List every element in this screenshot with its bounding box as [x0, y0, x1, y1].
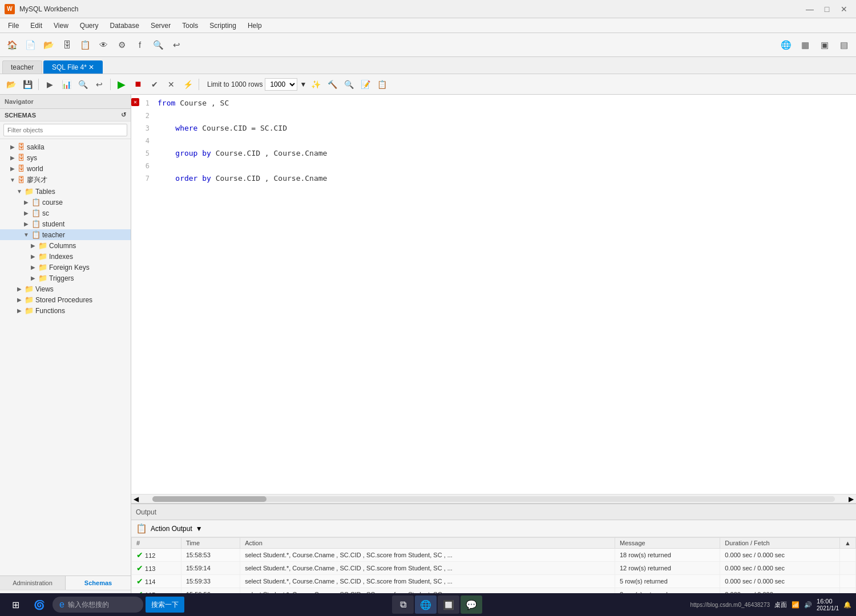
- toolbar-home-btn[interactable]: 🏠: [3, 37, 21, 54]
- sql-hammer-btn[interactable]: 🔨: [325, 77, 340, 92]
- toolbar-new-table-btn[interactable]: 📋: [76, 37, 94, 54]
- app-title: MySQL Workbench: [19, 5, 78, 13]
- tree-item-stored-procs[interactable]: ▶ 📁 Stored Procedures: [0, 294, 131, 305]
- error-badge-1: ✕: [131, 98, 139, 106]
- title-bar-controls: — □ ✕: [802, 3, 851, 15]
- toolbar-layout2-btn[interactable]: ▣: [816, 37, 833, 54]
- tree-item-functions[interactable]: ▶ 📁 Functions: [0, 305, 131, 316]
- tree-item-triggers[interactable]: ▶ 📁 Triggers: [0, 273, 131, 283]
- toolbar-new-btn[interactable]: 📄: [22, 37, 39, 54]
- scroll-thumb[interactable]: [152, 496, 267, 502]
- col-sort[interactable]: ▲: [840, 538, 856, 549]
- tab-teacher[interactable]: teacher: [2, 60, 42, 74]
- sql-copy-btn[interactable]: 📋: [374, 77, 389, 92]
- scroll-right-btn[interactable]: ▶: [846, 495, 856, 503]
- close-button[interactable]: ✕: [837, 3, 851, 15]
- tree-item-foreignkeys[interactable]: ▶ 📁 Foreign Keys: [0, 262, 131, 273]
- taskbar-app-1[interactable]: 🌐: [415, 595, 437, 614]
- tree-item-views[interactable]: ▶ 📁 Views: [0, 283, 131, 294]
- cortana-button[interactable]: 🌀: [29, 595, 50, 614]
- sql-autocommit-btn[interactable]: ⚡: [180, 77, 195, 92]
- sql-commit-btn[interactable]: ✔: [147, 77, 162, 92]
- toolbar-new-proc-btn[interactable]: ⚙: [113, 37, 130, 54]
- taskbar-app-task-view[interactable]: ⧉: [392, 595, 414, 614]
- menu-view[interactable]: View: [48, 21, 74, 31]
- taskbar-left: ⊞ 🌀 e 搜索一下: [5, 595, 184, 614]
- scroll-left-btn[interactable]: ◀: [131, 495, 141, 503]
- notification-icon[interactable]: 🔔: [843, 601, 851, 609]
- sql-text-1: Course , SC: [175, 99, 229, 107]
- action-output-dropdown-icon[interactable]: ▼: [196, 525, 203, 533]
- menu-database[interactable]: Database: [104, 21, 145, 31]
- taskbar-app-wechat[interactable]: 💬: [461, 595, 482, 614]
- output-table: # Time Action Message Duration / Fetch ▲…: [131, 537, 856, 601]
- label-functions: Functions: [35, 307, 65, 315]
- limit-select[interactable]: 1000 500 200: [265, 78, 297, 91]
- taskbar-search-input[interactable]: [68, 601, 136, 609]
- sql-rollback-btn[interactable]: ✕: [164, 77, 179, 92]
- sql-format-btn[interactable]: 📝: [358, 77, 373, 92]
- tree-item-sakila[interactable]: ▶ 🗄 sakila: [0, 141, 131, 152]
- sql-find-btn[interactable]: 🔍: [75, 77, 90, 92]
- folder-icon-foreignkeys: 📁: [38, 263, 47, 271]
- tab-close-icon[interactable]: ✕: [88, 63, 94, 71]
- table-icon-teacher: 📋: [31, 230, 41, 239]
- tree-item-course[interactable]: ▶ 📋 course: [0, 197, 131, 208]
- start-button[interactable]: ⊞: [5, 595, 26, 614]
- tree-item-tables[interactable]: ▼ 📁 Tables: [0, 186, 131, 197]
- menu-file[interactable]: File: [2, 21, 25, 31]
- tree-item-student[interactable]: ▶ 📋 student: [0, 218, 131, 229]
- sidebar-tab-administration[interactable]: Administration: [0, 576, 66, 590]
- menu-edit[interactable]: Edit: [25, 21, 48, 31]
- taskbar-right: https://blog.csdn.m0_46438273 桌面 📶 🔊 16:…: [691, 598, 851, 611]
- sql-explain-btn[interactable]: 📊: [59, 77, 74, 92]
- col-action: Action: [240, 538, 615, 549]
- toolbar-layout1-btn[interactable]: ▦: [797, 37, 814, 54]
- menu-query[interactable]: Query: [74, 21, 104, 31]
- filter-input[interactable]: [3, 124, 127, 136]
- sidebar-tab-schemas[interactable]: Schemas: [66, 576, 131, 590]
- title-bar-left: W MySQL Workbench: [5, 4, 78, 14]
- tree-item-sc[interactable]: ▶ 📋 sc: [0, 208, 131, 218]
- menu-scripting[interactable]: Scripting: [204, 21, 242, 31]
- sql-magnify-btn[interactable]: 🔍: [341, 77, 356, 92]
- sql-run-btn[interactable]: ▶: [114, 77, 129, 92]
- table-icon-sc: 📋: [31, 209, 41, 217]
- toolbar-new-schema-btn[interactable]: 🗄: [58, 37, 75, 54]
- tab-sql-file[interactable]: SQL File 4* ✕: [43, 60, 103, 74]
- tree-item-indexes[interactable]: ▶ 📁 Indexes: [0, 251, 131, 262]
- taskbar-app-2[interactable]: 🔲: [438, 595, 459, 614]
- tree-item-liaoxingcai[interactable]: ▼ 🗄 廖兴才: [0, 174, 131, 186]
- tree-item-world[interactable]: ▶ 🗄 world: [0, 163, 131, 174]
- sql-stop-btn[interactable]: ■: [131, 77, 146, 92]
- menu-server[interactable]: Server: [145, 21, 176, 31]
- sql-refresh-btn[interactable]: ↩: [92, 77, 107, 92]
- cell-action-112: select Student.*, Course.Cname , SC.CID …: [240, 549, 615, 562]
- toggle-liaoxingcai: ▼: [9, 177, 16, 183]
- output-toolbar: 📋 Action Output ▼: [131, 520, 856, 537]
- sql-open-btn[interactable]: 📂: [3, 77, 18, 92]
- sql-execute-btn[interactable]: ▶: [42, 77, 57, 92]
- toolbar-reconnect-btn[interactable]: ↩: [168, 37, 185, 54]
- tree-item-sys[interactable]: ▶ 🗄 sys: [0, 152, 131, 163]
- toolbar-new-view-btn[interactable]: 👁: [95, 37, 112, 54]
- label-triggers: Triggers: [49, 274, 74, 282]
- tree-item-teacher[interactable]: ▼ 📋 teacher: [0, 229, 131, 240]
- tree-item-columns[interactable]: ▶ 📁 Columns: [0, 240, 131, 251]
- toolbar-new-func-btn[interactable]: f: [131, 37, 148, 54]
- toolbar-open-btn[interactable]: 📂: [40, 37, 57, 54]
- sql-editor[interactable]: ✕ 1 from Course , SC 2 3 where Course.CI…: [131, 95, 856, 494]
- sql-magic-btn[interactable]: ✨: [308, 77, 323, 92]
- toolbar-search-btn[interactable]: 🔍: [150, 37, 167, 54]
- folder-icon-columns: 📁: [38, 241, 47, 250]
- minimize-button[interactable]: —: [802, 3, 817, 15]
- toolbar-migration-btn[interactable]: 🌐: [777, 37, 794, 54]
- sql-save-btn[interactable]: 💾: [20, 77, 35, 92]
- menu-tools[interactable]: Tools: [176, 21, 204, 31]
- h-scrollbar[interactable]: ◀ ▶: [131, 494, 856, 503]
- search-button[interactable]: 搜索一下: [146, 597, 184, 613]
- menu-help[interactable]: Help: [242, 21, 268, 31]
- schemas-refresh-icon[interactable]: ↺: [121, 111, 126, 119]
- maximize-button[interactable]: □: [819, 3, 834, 15]
- toolbar-layout3-btn[interactable]: ▤: [835, 37, 853, 54]
